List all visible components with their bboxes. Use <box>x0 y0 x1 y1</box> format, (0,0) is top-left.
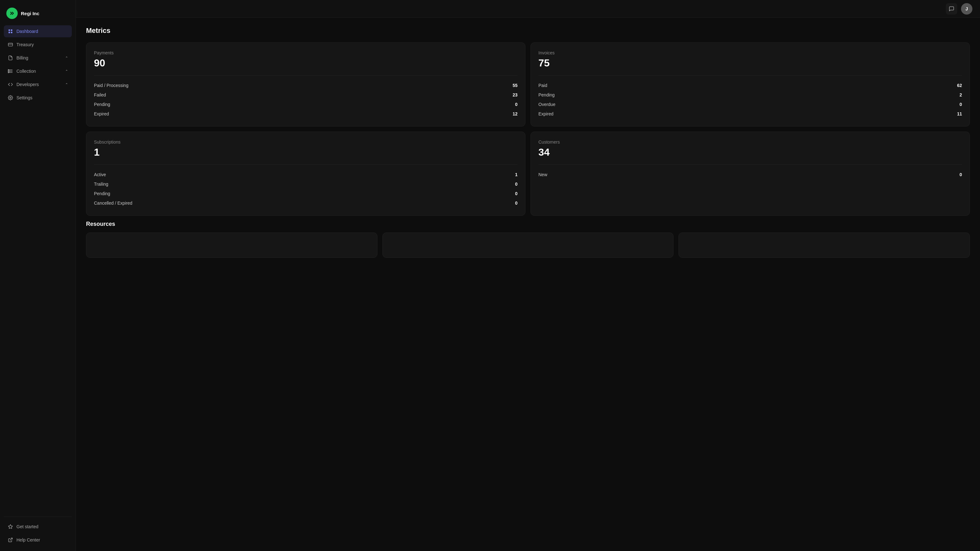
logo-icon <box>6 8 18 19</box>
payments-row-2-value: 0 <box>515 102 517 107</box>
resource-card-2[interactable] <box>382 233 674 258</box>
subscriptions-row-3-label: Cancelled / Expired <box>94 201 132 205</box>
sidebar-item-help-center-label: Help Center <box>16 537 40 543</box>
payments-row-1-label: Failed <box>94 92 106 97</box>
payments-row-1: Failed 23 <box>94 90 517 100</box>
content-area: Metrics Payments 90 Paid / Processing 55… <box>76 18 980 551</box>
payments-row-3: Expired 12 <box>94 109 517 119</box>
payments-row-1-value: 23 <box>512 92 517 97</box>
svg-rect-4 <box>8 43 12 46</box>
sidebar: Regi Inc Dashboard Treasury <box>0 0 76 551</box>
resource-card-1[interactable] <box>86 233 377 258</box>
resources-grid <box>86 233 970 258</box>
subscriptions-row-2: Pending 0 <box>94 189 517 198</box>
get-started-icon <box>8 524 13 529</box>
invoices-row-1: Pending 2 <box>538 90 962 100</box>
customers-row-0-value: 0 <box>959 172 962 177</box>
billing-chevron-icon: ⌃ <box>65 56 68 60</box>
invoices-row-2-value: 0 <box>959 102 962 107</box>
resources-title: Resources <box>86 221 970 228</box>
payments-row-2: Pending 0 <box>94 100 517 109</box>
treasury-icon <box>8 42 13 48</box>
payments-card: Payments 90 Paid / Processing 55 Failed … <box>86 42 525 126</box>
invoices-row-0: Paid 62 <box>538 81 962 90</box>
payments-row-2-label: Pending <box>94 102 110 107</box>
developers-chevron-icon: ⌃ <box>65 83 68 87</box>
billing-icon <box>8 55 13 61</box>
payments-row-0-value: 55 <box>512 83 517 88</box>
invoices-title: Invoices <box>538 50 962 55</box>
svg-marker-8 <box>8 524 12 529</box>
subscriptions-row-3: Cancelled / Expired 0 <box>94 198 517 208</box>
subscriptions-row-0: Active 1 <box>94 170 517 179</box>
resource-card-3[interactable] <box>679 233 970 258</box>
developers-icon <box>8 81 13 87</box>
sidebar-nav: Dashboard Treasury Billing ⌃ <box>4 25 72 516</box>
subscriptions-row-0-label: Active <box>94 172 106 177</box>
invoices-row-0-value: 62 <box>957 83 962 88</box>
sidebar-item-settings-label: Settings <box>16 95 33 100</box>
subscriptions-row-3-value: 0 <box>515 201 517 205</box>
page-title: Metrics <box>86 27 970 35</box>
customers-row-0: New 0 <box>538 170 962 179</box>
customers-title: Customers <box>538 140 962 145</box>
invoices-row-2: Overdue 0 <box>538 100 962 109</box>
help-center-icon <box>8 537 13 543</box>
invoices-row-3-value: 11 <box>957 111 962 116</box>
sidebar-item-developers[interactable]: Developers ⌃ <box>4 78 72 91</box>
payments-value: 90 <box>94 57 517 69</box>
metrics-grid-top: Payments 90 Paid / Processing 55 Failed … <box>86 42 970 126</box>
subscriptions-row-2-label: Pending <box>94 191 110 196</box>
invoices-card: Invoices 75 Paid 62 Pending 2 Overdue 0 … <box>530 42 970 126</box>
svg-rect-1 <box>11 29 12 31</box>
invoices-value: 75 <box>538 57 962 69</box>
sidebar-item-help-center[interactable]: Help Center <box>4 534 72 546</box>
invoices-row-2-label: Overdue <box>538 102 555 107</box>
customers-card: Customers 34 New 0 <box>530 132 970 216</box>
user-avatar[interactable]: J <box>961 3 972 14</box>
customers-value: 34 <box>538 147 962 158</box>
subscriptions-row-1: Trailing 0 <box>94 179 517 189</box>
sidebar-item-collection-label: Collection <box>16 68 36 74</box>
collection-chevron-icon: ⌃ <box>65 69 68 73</box>
payments-row-3-value: 12 <box>512 111 517 116</box>
invoices-row-3: Expired 11 <box>538 109 962 119</box>
sidebar-item-settings[interactable]: Settings <box>4 92 72 104</box>
payments-row-0-label: Paid / Processing <box>94 83 129 88</box>
sidebar-item-get-started[interactable]: Get started <box>4 521 72 533</box>
sidebar-item-dashboard-label: Dashboard <box>16 29 38 34</box>
svg-line-9 <box>10 538 12 540</box>
dashboard-icon <box>8 29 13 34</box>
svg-rect-0 <box>8 29 10 31</box>
invoices-row-0-label: Paid <box>538 83 547 88</box>
sidebar-item-dashboard[interactable]: Dashboard <box>4 25 72 37</box>
metrics-grid-bottom: Subscriptions 1 Active 1 Trailing 0 Pend… <box>86 132 970 216</box>
svg-rect-2 <box>8 32 10 33</box>
subscriptions-row-1-label: Trailing <box>94 182 108 186</box>
invoices-row-1-value: 2 <box>959 92 962 97</box>
subscriptions-title: Subscriptions <box>94 140 517 145</box>
sidebar-item-collection[interactable]: Collection ⌃ <box>4 65 72 77</box>
sidebar-item-billing[interactable]: Billing ⌃ <box>4 52 72 64</box>
main-area: J Metrics Payments 90 Paid / Processing … <box>76 0 980 551</box>
settings-icon <box>8 95 13 100</box>
subscriptions-row-1-value: 0 <box>515 182 517 186</box>
subscriptions-row-0-value: 1 <box>515 172 517 177</box>
sidebar-item-billing-label: Billing <box>16 55 28 61</box>
sidebar-logo: Regi Inc <box>4 5 72 25</box>
sidebar-bottom: Get started Help Center <box>4 516 72 546</box>
sidebar-item-developers-label: Developers <box>16 82 39 87</box>
payments-row-0: Paid / Processing 55 <box>94 81 517 90</box>
invoices-row-1-label: Pending <box>538 92 555 97</box>
subscriptions-row-2-value: 0 <box>515 191 517 196</box>
invoices-row-3-label: Expired <box>538 111 553 116</box>
payments-row-3-label: Expired <box>94 111 109 116</box>
customers-row-0-label: New <box>538 172 547 177</box>
collection-icon <box>8 68 13 74</box>
sidebar-item-get-started-label: Get started <box>16 524 38 529</box>
svg-point-7 <box>10 97 11 99</box>
svg-rect-3 <box>11 32 12 33</box>
sidebar-item-treasury[interactable]: Treasury <box>4 38 72 51</box>
messages-button[interactable] <box>946 3 957 14</box>
app-name: Regi Inc <box>21 11 39 16</box>
